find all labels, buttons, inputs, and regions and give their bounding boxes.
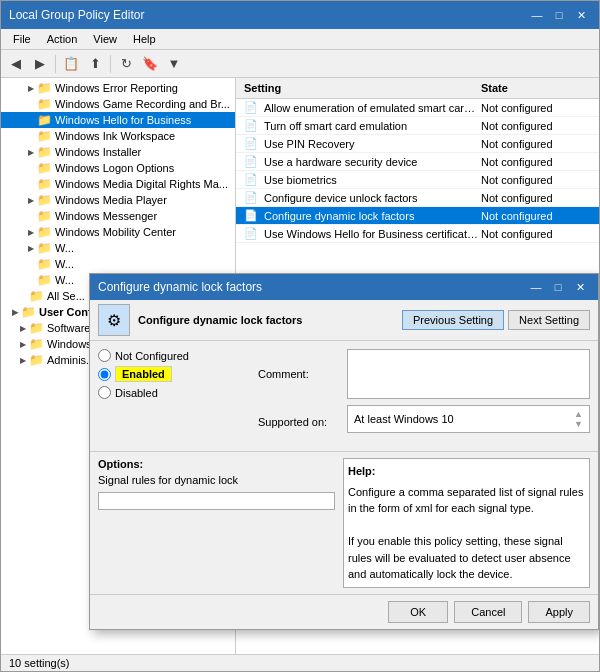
tree-label: Windows Mobility Center [55, 226, 176, 238]
tree-label: W... [55, 274, 74, 286]
help-column: Help: Configure a comma separated list o… [343, 458, 590, 588]
menu-view[interactable]: View [85, 31, 125, 47]
folder-icon: 📁 [37, 145, 52, 159]
folder-icon: 📁 [37, 177, 52, 191]
setting-state: Not configured [481, 138, 591, 150]
tree-item-windows-installer[interactable]: ▶ 📁 Windows Installer [1, 144, 235, 160]
minimize-button[interactable]: — [527, 6, 547, 24]
radio-disabled: Disabled [98, 386, 258, 399]
tree-label: W... [55, 242, 74, 254]
folder-icon: 📁 [37, 241, 52, 255]
tree-label: Windows Logon Options [55, 162, 174, 174]
tree-item-windows-hello[interactable]: 📁 Windows Hello for Business [1, 112, 235, 128]
tree-item-windows-logon[interactable]: 📁 Windows Logon Options [1, 160, 235, 176]
signal-rules-input[interactable] [98, 492, 335, 510]
back-button[interactable]: ◀ [5, 53, 27, 75]
refresh-button[interactable]: ↻ [115, 53, 137, 75]
setting-icon: 📄 [244, 119, 260, 132]
ok-button[interactable]: OK [388, 601, 448, 623]
setting-icon: 📄 [244, 137, 260, 150]
comment-textarea[interactable] [347, 349, 590, 399]
tree-item-w1[interactable]: ▶ 📁 W... [1, 240, 235, 256]
folder-icon: 📁 [37, 225, 52, 239]
next-setting-button[interactable]: Next Setting [508, 310, 590, 330]
folder-icon: 📁 [29, 337, 44, 351]
setting-name: Use biometrics [264, 174, 481, 186]
radio-not-configured: Not Configured [98, 349, 258, 362]
tree-arrow: ▶ [9, 308, 21, 317]
show-hide-button[interactable]: 📋 [60, 53, 82, 75]
tree-label: Windows Media Digital Rights Ma... [55, 178, 228, 190]
col-state: State [481, 80, 591, 96]
settings-row-dynamic-lock[interactable]: 📄 Configure dynamic lock factors Not con… [236, 207, 599, 225]
tree-item-windows-ink[interactable]: 📁 Windows Ink Workspace [1, 128, 235, 144]
dialog-left-panel: Not Configured Enabled Disabled [98, 349, 258, 443]
folder-icon: 📁 [37, 257, 52, 271]
folder-icon: 📁 [37, 97, 52, 111]
options-column: Options: Signal rules for dynamic lock [98, 458, 335, 588]
setting-state: Not configured [481, 228, 591, 240]
menu-file[interactable]: File [5, 31, 39, 47]
window-controls: — □ ✕ [527, 6, 591, 24]
folder-icon: 📁 [29, 321, 44, 335]
radio-not-configured-input[interactable] [98, 349, 111, 362]
menu-action[interactable]: Action [39, 31, 86, 47]
settings-row-allow-enum[interactable]: 📄 Allow enumeration of emulated smart ca… [236, 99, 599, 117]
settings-row-turn-off[interactable]: 📄 Turn off smart card emulation Not conf… [236, 117, 599, 135]
toolbar: ◀ ▶ 📋 ⬆ ↻ 🔖 ▼ [1, 50, 599, 78]
supported-on-scroll: ▲▼ [574, 409, 583, 429]
settings-row-use-pin[interactable]: 📄 Use PIN Recovery Not configured [236, 135, 599, 153]
toolbar-separator [55, 55, 56, 73]
setting-name: Use PIN Recovery [264, 138, 481, 150]
previous-setting-button[interactable]: Previous Setting [402, 310, 504, 330]
maximize-button[interactable]: □ [549, 6, 569, 24]
col-setting: Setting [244, 80, 481, 96]
dialog-config-title: Configure dynamic lock factors [138, 314, 402, 326]
tree-item-windows-messenger[interactable]: 📁 Windows Messenger [1, 208, 235, 224]
filter-button[interactable]: ▼ [163, 53, 185, 75]
folder-icon: 📁 [37, 193, 52, 207]
tree-arrow: ▶ [25, 148, 37, 157]
tree-item-windows-error-reporting[interactable]: ▶ 📁 Windows Error Reporting [1, 80, 235, 96]
tree-arrow: ▶ [17, 356, 29, 365]
radio-disabled-input[interactable] [98, 386, 111, 399]
tree-label: Windows Media Player [55, 194, 167, 206]
tree-item-windows-game[interactable]: 📁 Windows Game Recording and Br... [1, 96, 235, 112]
tree-item-windows-media-drm[interactable]: 📁 Windows Media Digital Rights Ma... [1, 176, 235, 192]
forward-button[interactable]: ▶ [29, 53, 51, 75]
dialog-maximize-button[interactable]: □ [548, 278, 568, 296]
tree-item-windows-media-player[interactable]: ▶ 📁 Windows Media Player [1, 192, 235, 208]
tree-label: All Se... [47, 290, 85, 302]
settings-row-hardware[interactable]: 📄 Use a hardware security device Not con… [236, 153, 599, 171]
setting-state: Not configured [481, 102, 591, 114]
settings-row-device-unlock[interactable]: 📄 Configure device unlock factors Not co… [236, 189, 599, 207]
dialog-footer: OK Cancel Apply [90, 594, 598, 629]
setting-name: Configure device unlock factors [264, 192, 481, 204]
setting-name: Use a hardware security device [264, 156, 481, 168]
cancel-button[interactable]: Cancel [454, 601, 522, 623]
setting-state: Not configured [481, 192, 591, 204]
tree-item-w2[interactable]: 📁 W... [1, 256, 235, 272]
setting-name: Allow enumeration of emulated smart card… [264, 102, 481, 114]
settings-row-biometrics[interactable]: 📄 Use biometrics Not configured [236, 171, 599, 189]
settings-row-windows-hello[interactable]: 📄 Use Windows Hello for Business certifi… [236, 225, 599, 243]
dialog-close-button[interactable]: ✕ [570, 278, 590, 296]
content-wrapper: ▶ 📁 Windows Error Reporting 📁 Windows Ga… [1, 78, 599, 654]
apply-button[interactable]: Apply [528, 601, 590, 623]
export-button[interactable]: 🔖 [139, 53, 161, 75]
comment-section: Comment: [258, 349, 590, 399]
dialog-minimize-button[interactable]: — [526, 278, 546, 296]
dialog: Configure dynamic lock factors — □ ✕ ⚙ C… [89, 273, 599, 630]
tree-item-windows-mobility[interactable]: ▶ 📁 Windows Mobility Center [1, 224, 235, 240]
comment-row: Comment: [258, 349, 590, 399]
close-button[interactable]: ✕ [571, 6, 591, 24]
tree-arrow: ▶ [17, 324, 29, 333]
dialog-window-controls: — □ ✕ [526, 278, 590, 296]
radio-group: Not Configured Enabled Disabled [98, 349, 258, 399]
dialog-title: Configure dynamic lock factors [98, 280, 262, 294]
menu-help[interactable]: Help [125, 31, 164, 47]
tree-label: Windows Messenger [55, 210, 157, 222]
up-button[interactable]: ⬆ [84, 53, 106, 75]
setting-icon: 📄 [244, 227, 260, 240]
radio-enabled-input[interactable] [98, 368, 111, 381]
